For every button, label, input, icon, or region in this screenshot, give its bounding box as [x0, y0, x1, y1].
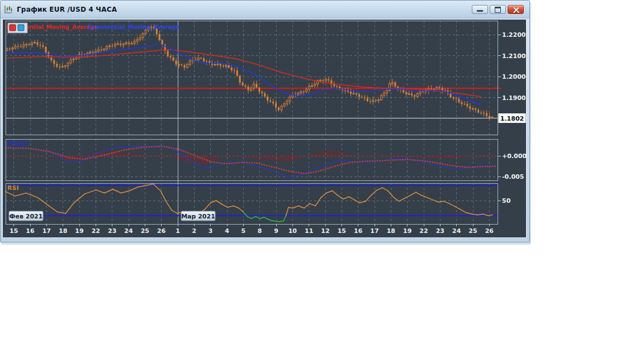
x-tick-label: 18	[387, 227, 395, 235]
x-tick-label: 26	[157, 227, 166, 235]
legend-ema-slow: Exponential_Moving_Average	[88, 24, 179, 31]
x-tick-label: 16	[26, 227, 35, 235]
chart-area: Exponential_Moving_AverageExponential_Mo…	[2, 19, 527, 238]
x-tick-label: 26	[485, 227, 494, 235]
x-tick-label: 18	[59, 227, 67, 235]
current-price-label: 1.1802	[500, 115, 524, 122]
price-tick-label: 1.1900	[502, 94, 526, 102]
x-tick-label: 24	[124, 227, 133, 235]
price-tick-label: 1.2000	[502, 73, 526, 80]
x-tick-label: 25	[141, 227, 149, 235]
macd-histogram	[7, 151, 494, 164]
price-axis[interactable]: 1.22001.21001.20001.19001.1802+0.000-0.0…	[498, 31, 526, 204]
month-marker-mar: Мар 2021	[181, 211, 215, 221]
x-tick-label: 5	[242, 227, 246, 235]
macd-tick-label: -0.005	[502, 173, 524, 180]
x-tick-label: 2	[192, 227, 197, 235]
x-tick-label: 17	[42, 227, 51, 235]
window-title: График EUR /USD 4 ЧАСА	[17, 6, 117, 13]
window-titlebar[interactable]: График EUR /USD 4 ЧАСА	[1, 1, 529, 18]
x-tick-label: 23	[436, 227, 444, 235]
x-tick-label: 16	[354, 227, 363, 235]
x-tick-label: 9	[274, 227, 278, 235]
x-tick-label: 15	[10, 227, 18, 235]
x-tick-label: 8	[258, 227, 262, 235]
macd-signal-line	[6, 146, 496, 174]
x-tick-label: 23	[108, 227, 116, 235]
x-tick-label: 24	[452, 227, 461, 235]
chart-canvas[interactable]: Exponential_Moving_AverageExponential_Mo…	[3, 20, 526, 237]
ema-fast-line	[6, 44, 482, 106]
x-tick-label: 25	[468, 227, 477, 235]
month-marker-feb: Фев 2021	[9, 211, 43, 221]
x-tick-label: 1	[176, 227, 180, 235]
macd-label: MACD	[7, 140, 28, 147]
ema-fast-toggle-button[interactable]	[10, 25, 16, 31]
price-tick-label: 1.2100	[502, 53, 526, 60]
price-tick-label: 1.2200	[502, 31, 526, 39]
close-button[interactable]	[508, 5, 524, 14]
minimize-icon	[477, 10, 483, 12]
chart-window: График EUR /USD 4 ЧАСА Exponential_Movin…	[0, 0, 530, 242]
rsi-label: RSI	[7, 184, 19, 192]
ema-slow-toggle-button[interactable]	[18, 25, 24, 31]
x-tick-label: 17	[370, 227, 378, 235]
x-tick-label: 19	[75, 227, 83, 235]
indicator-buttons	[8, 23, 27, 33]
x-tick-label: 22	[92, 227, 100, 235]
restore-icon	[495, 7, 501, 13]
x-tick-label: 12	[321, 227, 329, 235]
x-tick-label: 11	[305, 227, 313, 235]
svg-text:Фев 2021: Фев 2021	[10, 213, 43, 220]
minimize-button[interactable]	[472, 5, 488, 14]
x-tick-label: 22	[419, 227, 428, 235]
rsi-tick-label: 50	[502, 197, 511, 204]
x-tick-label: 19	[403, 227, 411, 235]
x-tick-label: 3	[209, 227, 213, 235]
window-controls	[472, 5, 524, 14]
candlestick-app-icon	[4, 5, 13, 14]
svg-text:Мар 2021: Мар 2021	[181, 213, 215, 220]
x-tick-label: 10	[288, 227, 297, 235]
x-axis[interactable]: 1516171819222324252612345891011121516171…	[10, 224, 494, 235]
x-tick-label: 15	[338, 227, 346, 235]
restore-button[interactable]	[490, 5, 506, 14]
macd-tick-label: +0.000	[502, 153, 526, 160]
x-tick-label: 4	[225, 227, 229, 235]
